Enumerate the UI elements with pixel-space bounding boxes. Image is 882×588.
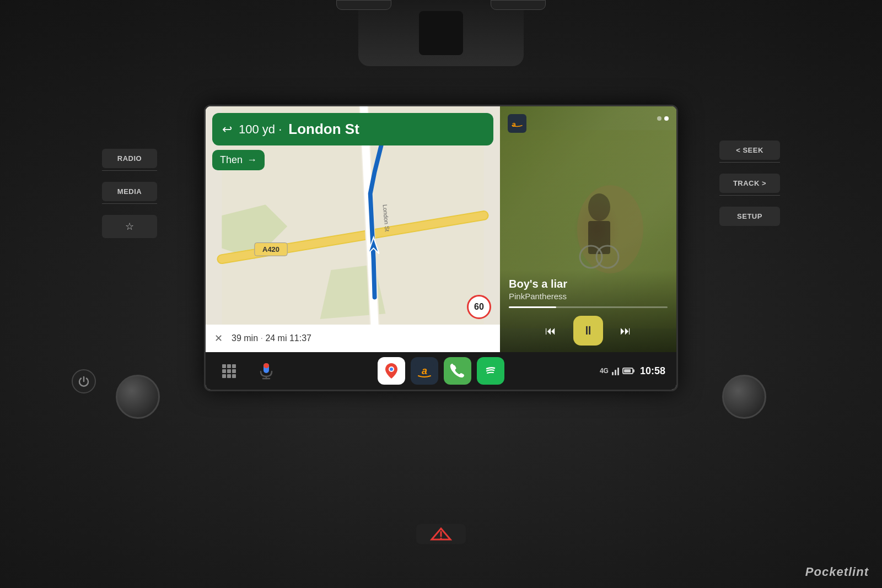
playback-progress-bar[interactable] — [509, 306, 668, 308]
battery-icon — [622, 368, 633, 374]
artist-name: PinkPantheress — [509, 292, 668, 301]
svg-rect-26 — [232, 374, 236, 378]
direction-arrow-icon: ↩ — [222, 122, 232, 137]
apps-grid-button[interactable] — [217, 359, 241, 383]
svg-rect-19 — [227, 364, 231, 368]
amazon-logo-icon: a — [511, 117, 523, 130]
google-maps-icon — [382, 362, 401, 380]
top-vent — [358, 0, 524, 66]
watermark-bold2: lint — [848, 565, 869, 579]
navigation-header: ↩ 100 yd · London St Then → — [212, 113, 493, 170]
setup-button[interactable]: SETUP — [719, 207, 780, 226]
amazon-music-app-button[interactable]: a — [411, 357, 438, 385]
left-control-panel: RADIO MEDIA ☆ — [102, 149, 157, 238]
music-indicator-dots — [657, 116, 669, 121]
svg-point-35 — [482, 363, 499, 379]
hazard-lights-button[interactable] — [416, 524, 466, 544]
power-icon — [78, 375, 90, 387]
main-content-area: A420 London St ↩ 100 yd · London S — [206, 106, 676, 352]
amazon-music-badge: a — [508, 114, 526, 133]
status-indicators: 4G — [600, 366, 633, 375]
amazon-music-icon: a — [415, 362, 434, 380]
signal-bars-icon — [612, 366, 619, 375]
svg-rect-22 — [227, 369, 231, 373]
svg-rect-20 — [232, 364, 236, 368]
next-track-button[interactable]: ⏭ — [614, 319, 637, 342]
music-panel[interactable]: a Boy's a liar PinkPantheress — [500, 106, 676, 352]
track-button[interactable]: TRACK > — [719, 174, 780, 193]
left-nav-icons — [217, 359, 366, 383]
play-pause-button[interactable]: ⏸ — [573, 316, 603, 346]
nav-distance-text: 100 yd · — [239, 122, 282, 137]
status-clock: 10:58 — [640, 365, 665, 377]
phone-icon — [449, 363, 466, 379]
vent-tab-left — [336, 0, 391, 10]
spotify-icon — [482, 363, 499, 379]
right-control-panel: < SEEK TRACK > SETUP — [719, 141, 780, 226]
progress-fill — [509, 306, 556, 308]
bottom-navigation-bar: a — [206, 352, 676, 390]
right-status-icons: 4G 10:58 — [516, 365, 665, 377]
main-direction-banner: ↩ 100 yd · London St — [212, 113, 493, 145]
svg-point-38 — [440, 538, 442, 540]
android-auto-interface: A420 London St ↩ 100 yd · London S — [206, 106, 676, 390]
radio-button[interactable]: RADIO — [102, 149, 157, 168]
signal-bar-3 — [617, 368, 619, 375]
right-control-knob[interactable] — [722, 375, 766, 419]
left-volume-knob[interactable] — [116, 375, 160, 419]
dot-1 — [657, 116, 662, 121]
close-navigation-button[interactable]: ✕ — [214, 332, 223, 344]
media-button[interactable]: MEDIA — [102, 182, 157, 201]
signal-bar-2 — [615, 370, 616, 375]
watermark-bold: P — [805, 565, 814, 579]
svg-point-13 — [588, 193, 610, 221]
spotify-app-button[interactable] — [477, 357, 504, 385]
vent-center — [419, 11, 463, 55]
grid-icon — [221, 363, 236, 379]
then-direction-banner: Then → — [212, 150, 265, 170]
svg-rect-23 — [232, 369, 236, 373]
svg-rect-21 — [222, 369, 226, 373]
hazard-triangle-icon — [430, 527, 452, 541]
phone-app-button[interactable] — [444, 357, 471, 385]
speed-limit-sign: 60 — [467, 295, 491, 319]
svg-rect-24 — [222, 374, 226, 378]
vent-tab-right — [491, 0, 546, 10]
music-info-section: Boy's a liar PinkPantheress ⏮ ⏸ ⏭ — [500, 270, 676, 352]
google-maps-app-button[interactable] — [378, 357, 405, 385]
power-button[interactable] — [72, 369, 96, 393]
svg-rect-25 — [227, 374, 231, 378]
svg-rect-28 — [263, 363, 269, 368]
music-controls: ⏮ ⏸ ⏭ — [509, 316, 668, 346]
seek-button[interactable]: < SEEK — [719, 141, 780, 160]
song-title: Boy's a liar — [509, 278, 668, 290]
microphone-icon — [259, 362, 274, 380]
svg-text:A420: A420 — [262, 245, 279, 253]
svg-text:a: a — [512, 120, 517, 128]
signal-bar-1 — [612, 372, 614, 375]
navigation-bottom-bar: ✕ 39 min · 24 mi 11:37 — [206, 325, 500, 352]
previous-track-button[interactable]: ⏮ — [539, 319, 562, 342]
voice-assistant-button[interactable] — [254, 359, 278, 383]
nav-street-name: London St — [288, 121, 359, 138]
svg-point-32 — [390, 368, 393, 371]
dot-2 — [664, 116, 669, 121]
pocketlint-watermark: Pocketlint — [805, 565, 869, 579]
signal-label: 4G — [600, 367, 609, 375]
eta-info: 39 min · 24 mi 11:37 — [232, 333, 311, 343]
center-app-icons: a — [366, 357, 515, 385]
maps-panel[interactable]: A420 London St ↩ 100 yd · London S — [206, 106, 500, 352]
svg-rect-18 — [222, 364, 226, 368]
svg-text:a: a — [422, 365, 427, 376]
android-auto-screen: A420 London St ↩ 100 yd · London S — [204, 105, 678, 391]
favorites-button[interactable]: ☆ — [102, 215, 157, 238]
